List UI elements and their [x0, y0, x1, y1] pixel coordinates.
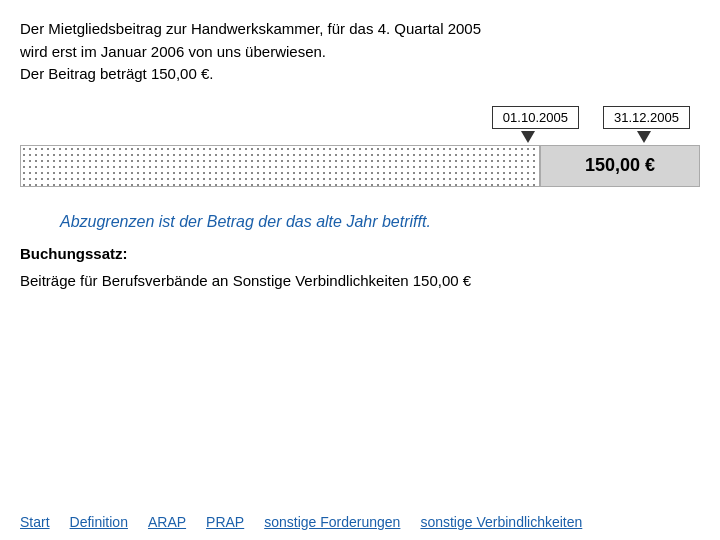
intro-line3: Der Beitrag beträgt 150,00 €. [20, 63, 700, 86]
bottom-navigation: Start Definition ARAP PRAP sonstige Ford… [20, 514, 582, 530]
nav-definition[interactable]: Definition [70, 514, 128, 530]
bar-amount: 150,00 € [540, 145, 700, 187]
nav-sonstige-verbindlichkeiten[interactable]: sonstige Verbindlichkeiten [420, 514, 582, 530]
date-start: 01.10.2005 [492, 106, 579, 129]
buchungssatz-label: Buchungssatz: [20, 245, 700, 262]
italic-description: Abzugrenzen ist der Betrag der das alte … [60, 213, 700, 231]
arrow-down-left [521, 131, 535, 143]
arrow-indicators [20, 129, 700, 145]
arrow-right-container [598, 129, 690, 145]
arrow-left-container [482, 129, 574, 145]
intro-line2: wird erst im Januar 2006 von uns überwie… [20, 41, 700, 64]
arrow-down-right [637, 131, 651, 143]
date-end: 31.12.2005 [603, 106, 690, 129]
timeline-section: 01.10.2005 31.12.2005 150,00 € [20, 106, 700, 187]
intro-paragraph: Der Mietgliedsbeitrag zur Handwerkskamme… [20, 18, 700, 86]
intro-line1: Der Mietgliedsbeitrag zur Handwerkskamme… [20, 18, 700, 41]
buchungssatz-text: Beiträge für Berufsverbände an Sonstige … [20, 270, 700, 293]
dates-row: 01.10.2005 31.12.2005 [20, 106, 700, 129]
nav-arap[interactable]: ARAP [148, 514, 186, 530]
nav-sonstige-forderungen[interactable]: sonstige Forderungen [264, 514, 400, 530]
nav-prap[interactable]: PRAP [206, 514, 244, 530]
nav-start[interactable]: Start [20, 514, 50, 530]
bar-dotted-section [20, 145, 540, 187]
timeline-bar: 150,00 € [20, 145, 700, 187]
